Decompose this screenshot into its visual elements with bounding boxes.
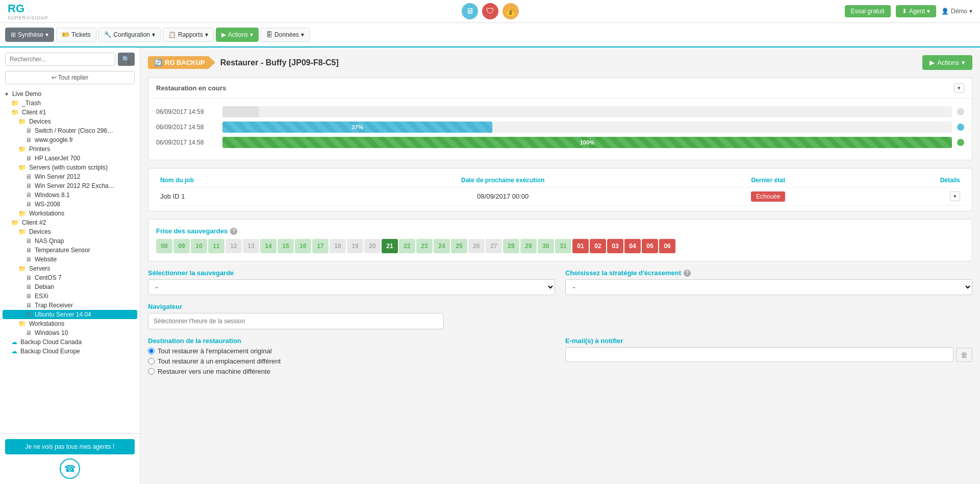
tree-item-backup-europe[interactable]: ☁Backup Cloud Europe (3, 347, 137, 356)
frise-day-25[interactable]: 25 (451, 239, 467, 253)
tree-item-google[interactable]: 🖥www.google.fr (3, 135, 137, 144)
tree-item-hp[interactable]: 🖥HP LaserJet 700 (3, 154, 137, 163)
tree-item-win2012[interactable]: 🖥Win Server 2012 (3, 172, 137, 181)
agent-button[interactable]: ⬇ Agent ▾ (896, 5, 936, 17)
frise-day-02[interactable]: 02 (590, 239, 606, 253)
tree-item-servers2[interactable]: 📁Servers (3, 264, 137, 273)
frise-day-29[interactable]: 29 (520, 239, 537, 253)
navigateur-input[interactable] (148, 313, 444, 329)
frise-day-22[interactable]: 22 (399, 239, 415, 253)
tree-item-centos[interactable]: 🖥CentOS 7 (3, 273, 137, 282)
email-trash-button[interactable]: 🗑 (956, 348, 972, 362)
tree-item-esxi[interactable]: 🖥ESXi (3, 292, 137, 301)
tree-item-workstations2[interactable]: 📁Workstations (3, 319, 137, 328)
tree-item-client1[interactable]: 📁Client #1 (3, 108, 137, 117)
email-input[interactable] (565, 347, 953, 362)
frise-day-17[interactable]: 17 (312, 239, 329, 253)
actions-page-button[interactable]: ▶ Actions ▾ (922, 55, 972, 70)
radio-original-input[interactable] (148, 348, 155, 354)
tree-item-printers[interactable]: 📁Printers (3, 144, 137, 154)
frise-day-24[interactable]: 24 (434, 239, 450, 253)
frise-day-20[interactable]: 20 (364, 239, 381, 253)
frise-day-19[interactable]: 19 (347, 239, 363, 253)
strategie-help-icon[interactable]: ? (684, 270, 691, 277)
frise-day-10[interactable]: 10 (191, 239, 207, 253)
shield-icon[interactable]: 🛡 (482, 3, 498, 19)
job-details-button[interactable]: ▾ (950, 191, 960, 201)
tree-label: _Trash (22, 100, 41, 107)
frise-day-05[interactable]: 05 (642, 239, 658, 253)
coins-icon[interactable]: 💰 (502, 3, 519, 19)
demo-button[interactable]: 👤 Démo ▾ (941, 8, 972, 15)
agents-button[interactable]: Je ne vois pas tous mes agents ! (5, 439, 135, 454)
frise-day-26[interactable]: 26 (468, 239, 485, 253)
tree-item-ws2008[interactable]: 🖥WS-2008 (3, 200, 137, 209)
tree-item-devices2[interactable]: 📁Devices (3, 227, 137, 236)
nav-actions[interactable]: ▶ Actions ▾ (216, 28, 259, 42)
tree-item-live-demo[interactable]: ▼Live Demo (3, 89, 137, 99)
essai-button[interactable]: Essai gratuit (845, 5, 891, 17)
frise-day-28[interactable]: 28 (503, 239, 519, 253)
frise-help-icon[interactable]: ? (230, 228, 237, 235)
radio-machine-input[interactable] (148, 368, 155, 375)
tree-item-client2[interactable]: 📁Client #2 (3, 218, 137, 227)
tree-label: www.google.fr (35, 136, 73, 143)
frise-day-08[interactable]: 08 (156, 239, 172, 253)
tree-item-workstations1[interactable]: 📁Workstations (3, 209, 137, 218)
frise-day-15[interactable]: 15 (278, 239, 294, 253)
frise-day-18[interactable]: 18 (330, 239, 346, 253)
nav-rapports[interactable]: 📋 Rapports ▾ (163, 28, 214, 42)
tree-item-win2012r2[interactable]: 🖥Win Server 2012 R2 Excha… (3, 181, 137, 190)
sauvegarde-label: Sélectionner la sauvegarde (148, 269, 555, 277)
monitor-icon[interactable]: 🖥 (462, 3, 478, 19)
frise-day-23[interactable]: 23 (416, 239, 433, 253)
frise-day-01[interactable]: 01 (572, 239, 589, 253)
frise-day-03[interactable]: 03 (607, 239, 623, 253)
frise-day-31[interactable]: 31 (555, 239, 571, 253)
sauvegarde-select[interactable]: - (148, 279, 555, 295)
frise-day-04[interactable]: 04 (624, 239, 641, 253)
tree-item-switch[interactable]: 🖥Switch / Router (Cisco 296… (3, 126, 137, 135)
support-icon[interactable]: ☎ (60, 458, 80, 479)
tree-label: Client #1 (22, 109, 46, 116)
search-button[interactable]: 🔍 (118, 53, 135, 66)
frise-day-06[interactable]: 06 (659, 239, 675, 253)
frise-day-12[interactable]: 12 (225, 239, 242, 253)
navigateur-label: Navigateur (148, 303, 972, 310)
frise-day-21[interactable]: 21 (382, 239, 398, 253)
tree-item-backup-canada[interactable]: ☁Backup Cloud Canada (3, 337, 137, 347)
frise-card-body: Frise des sauvegardes ? 0809101112131415… (148, 220, 972, 261)
tree-item-trash[interactable]: 📁_Trash (3, 99, 137, 108)
strategie-select[interactable]: - (565, 279, 972, 295)
frise-day-13[interactable]: 13 (243, 239, 259, 253)
progress-time-3: 06/09/2017 14:58 (156, 139, 217, 146)
nav-tickets[interactable]: 🎫 Tickets (56, 28, 96, 42)
frise-day-27[interactable]: 27 (486, 239, 502, 253)
tree-item-website[interactable]: 🖥Website (3, 255, 137, 264)
nav-donnees[interactable]: 🗄 Données ▾ (261, 28, 310, 42)
search-input[interactable] (5, 53, 115, 66)
restauration-toggle[interactable]: ▾ (954, 83, 964, 93)
tree-item-trap[interactable]: 🖥Trap Receiver (3, 301, 137, 310)
frise-day-11[interactable]: 11 (208, 239, 224, 253)
nav-synthese[interactable]: ⊞ Synthèse ▾ (5, 28, 54, 42)
nav-configuration[interactable]: 🔧 Configuration ▾ (98, 28, 161, 42)
tree-item-temp[interactable]: 🖥Temperature Sensor (3, 246, 137, 255)
tree-item-win10[interactable]: 🖥Windows 10 (3, 328, 137, 337)
tree-label: Backup Cloud Europe (20, 348, 80, 355)
tree-item-devices1[interactable]: 📁Devices (3, 117, 137, 126)
tout-replier-button[interactable]: ↩ Tout replier (5, 71, 135, 84)
frise-day-30[interactable]: 30 (538, 239, 554, 253)
frise-day-14[interactable]: 14 (260, 239, 277, 253)
tree-item-ubuntu[interactable]: 🖥Ubuntu Server 14.04 (3, 310, 137, 319)
tree-item-nas[interactable]: 🖥NAS Qnap (3, 236, 137, 246)
frise-day-16[interactable]: 16 (295, 239, 311, 253)
frise-day-09[interactable]: 09 (173, 239, 190, 253)
tree-item-debian[interactable]: 🖥Debian (3, 282, 137, 292)
device-icon: 🖥 (26, 136, 32, 143)
device-icon: 🖥 (26, 247, 32, 254)
tree-item-servers-custom[interactable]: 📁Servers (with custom scripts) (3, 163, 137, 172)
tree-item-win81[interactable]: 🖥Windows 8.1 (3, 190, 137, 200)
radio-different-input[interactable] (148, 358, 155, 365)
tree-label: Workstations (29, 320, 64, 327)
